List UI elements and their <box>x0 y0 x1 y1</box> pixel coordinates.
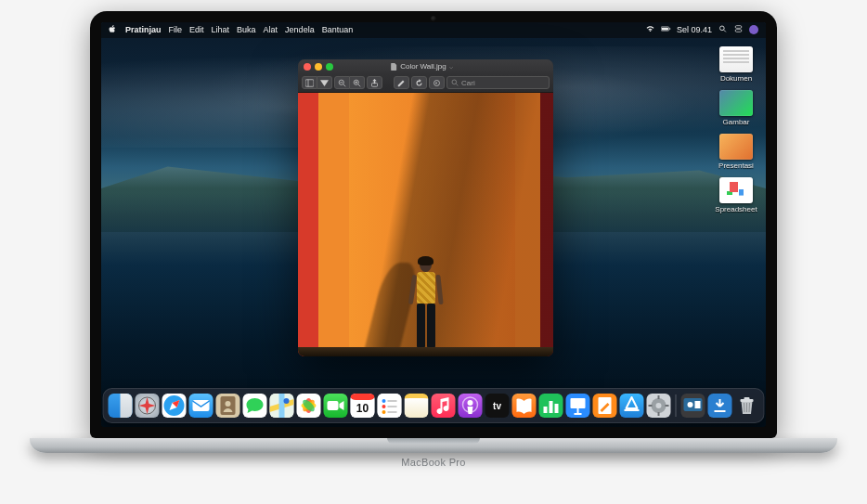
dock-keynote[interactable] <box>566 394 590 418</box>
svg-rect-64 <box>744 397 750 400</box>
ground <box>298 347 553 356</box>
dock-messages[interactable] <box>243 394 267 418</box>
laptop-brand-label: MacBook Pro <box>401 457 465 468</box>
dock-preview[interactable] <box>681 394 705 418</box>
dock-numbers[interactable] <box>539 394 563 418</box>
stack-label: Presentasi <box>718 162 754 170</box>
image-content[interactable] <box>298 93 553 356</box>
menu-file[interactable]: File <box>169 25 183 34</box>
menubar-clock[interactable]: Sel 09.41 <box>677 25 712 34</box>
rotate-button[interactable] <box>411 76 427 89</box>
close-button[interactable] <box>304 63 311 71</box>
markup-button[interactable] <box>429 76 445 89</box>
screen-bezel: Pratinjau File Edit Lihat Buka Alat Jend… <box>90 11 777 438</box>
menu-window[interactable]: Jendela <box>285 25 315 34</box>
dock-separator <box>676 394 677 417</box>
stack-presentations[interactable]: Presentasi <box>710 134 762 170</box>
stack-thumb-icon <box>719 90 753 116</box>
svg-point-59 <box>688 402 693 407</box>
dock-photos[interactable] <box>297 394 321 418</box>
control-center-icon[interactable] <box>733 25 744 34</box>
window-title: Color Wall.jpg ⌵ <box>338 62 506 71</box>
svg-line-19 <box>456 84 458 85</box>
status-icons: Sel 09.41 <box>645 25 758 34</box>
stack-label: Dokumen <box>720 74 752 83</box>
svg-line-67 <box>749 403 750 412</box>
search-field[interactable]: Cari <box>446 76 550 89</box>
stack-label: Spreadsheet <box>715 205 757 213</box>
svg-line-13 <box>358 84 360 86</box>
dock-tv[interactable]: tv <box>485 394 510 418</box>
battery-icon[interactable] <box>661 25 671 34</box>
dock-calendar[interactable]: 10 <box>351 394 375 418</box>
sidebar-toggle-button[interactable] <box>302 76 317 89</box>
stack-documents[interactable]: Dokumen <box>710 46 762 83</box>
dock-settings[interactable] <box>647 394 671 418</box>
active-app-name[interactable]: Pratinjau <box>125 25 162 34</box>
svg-rect-22 <box>193 400 210 411</box>
window-titlebar[interactable]: Color Wall.jpg ⌵ <box>298 59 553 74</box>
svg-text:tv: tv <box>493 401 501 411</box>
laptop-frame: Pratinjau File Edit Lihat Buka Alat Jend… <box>25 11 842 494</box>
dock-reminders[interactable] <box>378 394 402 418</box>
maximize-button[interactable] <box>326 63 333 71</box>
svg-rect-47 <box>571 398 586 408</box>
dock-notes[interactable] <box>405 394 429 418</box>
sidebar-menu-button[interactable] <box>317 76 332 89</box>
svg-point-26 <box>284 398 290 404</box>
menu-tools[interactable]: Alat <box>264 25 278 34</box>
svg-point-41 <box>468 400 473 406</box>
stack-spreadsheets[interactable]: Spreadsheet <box>710 177 762 213</box>
dock-pages[interactable] <box>593 394 617 418</box>
dock-launchpad[interactable] <box>136 394 160 418</box>
zoom-in-button[interactable] <box>350 76 365 89</box>
stack-images[interactable]: Gambar <box>710 90 762 126</box>
dock-maps[interactable] <box>270 394 294 418</box>
svg-rect-1 <box>662 28 668 31</box>
svg-rect-46 <box>555 404 559 413</box>
stack-thumb-icon <box>719 134 753 160</box>
highlight-button[interactable] <box>394 76 409 89</box>
dock-podcasts[interactable] <box>459 394 483 418</box>
dock-mail[interactable] <box>189 394 214 418</box>
spotlight-icon[interactable] <box>718 25 728 34</box>
dock-appstore[interactable] <box>620 394 644 418</box>
dock-contacts[interactable] <box>216 394 240 418</box>
svg-rect-31 <box>328 401 339 410</box>
dock-safari[interactable] <box>162 394 187 418</box>
chevron-down-icon[interactable]: ⌵ <box>449 63 453 71</box>
window-toolbar: Cari <box>298 74 553 93</box>
svg-rect-33 <box>351 394 375 400</box>
svg-line-4 <box>724 30 726 32</box>
trackpad-notch <box>387 438 480 444</box>
person-figure <box>407 258 446 351</box>
menu-edit[interactable]: Edit <box>189 25 204 34</box>
desktop-stacks: Dokumen Gambar Presentasi Spreadsheet <box>710 46 762 213</box>
wifi-icon[interactable] <box>645 25 655 34</box>
search-icon <box>451 79 459 86</box>
menu-bar: Pratinjau File Edit Lihat Buka Alat Jend… <box>101 22 766 38</box>
dock-facetime[interactable] <box>324 394 348 418</box>
menu-view[interactable]: Lihat <box>212 25 230 34</box>
search-placeholder: Cari <box>461 79 475 87</box>
minimize-button[interactable] <box>315 63 322 71</box>
dock-downloads[interactable] <box>708 394 732 418</box>
apple-menu-icon[interactable] <box>109 25 118 35</box>
svg-rect-44 <box>544 407 548 413</box>
window-title-text: Color Wall.jpg <box>400 62 446 71</box>
share-button[interactable] <box>367 76 382 89</box>
menu-help[interactable]: Bantuan <box>322 25 354 34</box>
menu-open[interactable]: Buka <box>237 25 256 34</box>
zoom-out-button[interactable] <box>334 76 350 89</box>
dock-finder[interactable] <box>109 394 133 418</box>
dock-books[interactable] <box>512 394 537 418</box>
svg-point-53 <box>656 403 662 408</box>
svg-rect-45 <box>550 401 553 413</box>
svg-rect-6 <box>735 30 742 32</box>
dock-trash[interactable] <box>735 394 759 418</box>
svg-rect-5 <box>735 26 742 29</box>
stack-thumb-icon <box>719 46 753 72</box>
siri-icon[interactable] <box>749 25 758 34</box>
dock-music[interactable] <box>432 394 456 418</box>
svg-point-24 <box>226 401 231 407</box>
